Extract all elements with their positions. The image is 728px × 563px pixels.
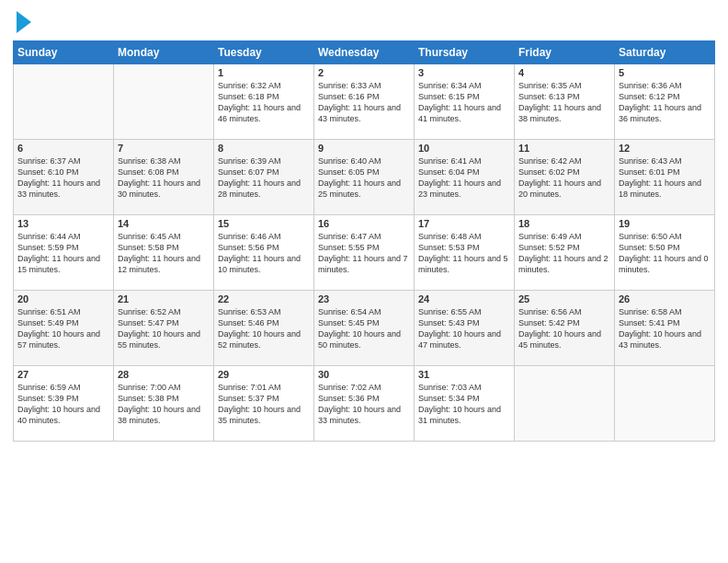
day-number: 21 [118, 293, 210, 304]
calendar-cell: 18Sunrise: 6:49 AMSunset: 5:52 PMDayligh… [515, 215, 615, 291]
calendar-week-row: 27Sunrise: 6:59 AMSunset: 5:39 PMDayligh… [14, 366, 715, 442]
day-number: 10 [418, 143, 510, 154]
weekday-header-tuesday: Tuesday [214, 41, 314, 64]
day-info: Sunrise: 6:45 AMSunset: 5:58 PMDaylight:… [118, 231, 210, 276]
day-number: 22 [218, 293, 310, 304]
calendar-cell: 10Sunrise: 6:41 AMSunset: 6:04 PMDayligh… [415, 140, 515, 215]
calendar-cell: 28Sunrise: 7:00 AMSunset: 5:38 PMDayligh… [114, 366, 214, 442]
day-info: Sunrise: 6:47 AMSunset: 5:55 PMDaylight:… [318, 231, 410, 276]
calendar-cell: 27Sunrise: 6:59 AMSunset: 5:39 PMDayligh… [14, 366, 114, 442]
calendar-cell: 9Sunrise: 6:40 AMSunset: 6:05 PMDaylight… [314, 140, 415, 215]
day-info: Sunrise: 6:35 AMSunset: 6:13 PMDaylight:… [518, 80, 610, 125]
calendar-week-row: 13Sunrise: 6:44 AMSunset: 5:59 PMDayligh… [14, 215, 715, 291]
day-info: Sunrise: 6:49 AMSunset: 5:52 PMDaylight:… [518, 231, 610, 276]
day-info: Sunrise: 6:51 AMSunset: 5:49 PMDaylight:… [17, 306, 109, 351]
calendar-cell: 31Sunrise: 7:03 AMSunset: 5:34 PMDayligh… [415, 366, 515, 442]
weekday-header-row: SundayMondayTuesdayWednesdayThursdayFrid… [14, 41, 715, 64]
day-info: Sunrise: 6:36 AMSunset: 6:12 PMDaylight:… [619, 80, 711, 125]
day-number: 18 [518, 218, 610, 229]
day-info: Sunrise: 6:34 AMSunset: 6:15 PMDaylight:… [418, 80, 510, 125]
page: SundayMondayTuesdayWednesdayThursdayFrid… [0, 0, 728, 563]
calendar-week-row: 1Sunrise: 6:32 AMSunset: 6:18 PMDaylight… [14, 64, 715, 140]
day-number: 6 [17, 143, 109, 154]
calendar-cell: 24Sunrise: 6:55 AMSunset: 5:43 PMDayligh… [415, 291, 515, 366]
day-info: Sunrise: 6:43 AMSunset: 6:01 PMDaylight:… [619, 155, 711, 201]
calendar-cell: 30Sunrise: 7:02 AMSunset: 5:36 PMDayligh… [314, 366, 415, 442]
day-number: 26 [619, 293, 711, 304]
calendar-table: SundayMondayTuesdayWednesdayThursdayFrid… [13, 40, 715, 442]
calendar-cell: 29Sunrise: 7:01 AMSunset: 5:37 PMDayligh… [214, 366, 314, 442]
day-info: Sunrise: 6:48 AMSunset: 5:53 PMDaylight:… [418, 231, 510, 276]
weekday-header-thursday: Thursday [415, 41, 515, 64]
calendar-cell: 16Sunrise: 6:47 AMSunset: 5:55 PMDayligh… [314, 215, 415, 291]
calendar-cell: 7Sunrise: 6:38 AMSunset: 6:08 PMDaylight… [114, 140, 214, 215]
calendar-cell: 26Sunrise: 6:58 AMSunset: 5:41 PMDayligh… [615, 291, 715, 366]
day-info: Sunrise: 6:55 AMSunset: 5:43 PMDaylight:… [418, 306, 510, 351]
calendar-cell [615, 366, 715, 442]
day-info: Sunrise: 7:02 AMSunset: 5:36 PMDaylight:… [318, 382, 410, 427]
day-info: Sunrise: 6:37 AMSunset: 6:10 PMDaylight:… [17, 155, 109, 201]
day-info: Sunrise: 6:58 AMSunset: 5:41 PMDaylight:… [619, 306, 711, 351]
calendar-cell: 25Sunrise: 6:56 AMSunset: 5:42 PMDayligh… [515, 291, 615, 366]
calendar-week-row: 6Sunrise: 6:37 AMSunset: 6:10 PMDaylight… [14, 140, 715, 215]
day-info: Sunrise: 6:39 AMSunset: 6:07 PMDaylight:… [218, 155, 310, 201]
calendar-cell: 4Sunrise: 6:35 AMSunset: 6:13 PMDaylight… [515, 64, 615, 140]
day-number: 30 [318, 369, 410, 380]
day-number: 25 [518, 293, 610, 304]
day-number: 31 [418, 369, 510, 380]
calendar-cell: 17Sunrise: 6:48 AMSunset: 5:53 PMDayligh… [415, 215, 515, 291]
logo [13, 13, 31, 33]
day-info: Sunrise: 6:59 AMSunset: 5:39 PMDaylight:… [17, 382, 109, 427]
day-number: 16 [318, 218, 410, 229]
calendar-cell [114, 64, 214, 140]
weekday-header-monday: Monday [114, 41, 214, 64]
day-info: Sunrise: 6:54 AMSunset: 5:45 PMDaylight:… [318, 306, 410, 351]
calendar-cell: 8Sunrise: 6:39 AMSunset: 6:07 PMDaylight… [214, 140, 314, 215]
weekday-header-wednesday: Wednesday [314, 41, 415, 64]
day-info: Sunrise: 6:44 AMSunset: 5:59 PMDaylight:… [17, 231, 109, 276]
calendar-cell: 13Sunrise: 6:44 AMSunset: 5:59 PMDayligh… [14, 215, 114, 291]
day-number: 5 [619, 67, 711, 78]
calendar-cell: 3Sunrise: 6:34 AMSunset: 6:15 PMDaylight… [415, 64, 515, 140]
day-number: 20 [17, 293, 109, 304]
calendar-cell: 14Sunrise: 6:45 AMSunset: 5:58 PMDayligh… [114, 215, 214, 291]
calendar-cell: 11Sunrise: 6:42 AMSunset: 6:02 PMDayligh… [515, 140, 615, 215]
logo-arrow-icon [17, 11, 31, 33]
day-info: Sunrise: 6:38 AMSunset: 6:08 PMDaylight:… [118, 155, 210, 201]
day-number: 13 [17, 218, 109, 229]
day-number: 17 [418, 218, 510, 229]
day-number: 2 [318, 67, 410, 78]
weekday-header-saturday: Saturday [615, 41, 715, 64]
calendar-week-row: 20Sunrise: 6:51 AMSunset: 5:49 PMDayligh… [14, 291, 715, 366]
day-number: 24 [418, 293, 510, 304]
day-number: 4 [518, 67, 610, 78]
day-info: Sunrise: 6:46 AMSunset: 5:56 PMDaylight:… [218, 231, 310, 276]
day-info: Sunrise: 6:33 AMSunset: 6:16 PMDaylight:… [318, 80, 410, 125]
day-number: 19 [619, 218, 711, 229]
calendar-cell: 23Sunrise: 6:54 AMSunset: 5:45 PMDayligh… [314, 291, 415, 366]
day-number: 9 [318, 143, 410, 154]
day-info: Sunrise: 6:52 AMSunset: 5:47 PMDaylight:… [118, 306, 210, 351]
day-number: 7 [118, 143, 210, 154]
calendar-cell: 2Sunrise: 6:33 AMSunset: 6:16 PMDaylight… [314, 64, 415, 140]
calendar-cell: 22Sunrise: 6:53 AMSunset: 5:46 PMDayligh… [214, 291, 314, 366]
day-number: 14 [118, 218, 210, 229]
day-info: Sunrise: 6:40 AMSunset: 6:05 PMDaylight:… [318, 155, 410, 201]
calendar-cell: 6Sunrise: 6:37 AMSunset: 6:10 PMDaylight… [14, 140, 114, 215]
day-number: 3 [418, 67, 510, 78]
day-number: 15 [218, 218, 310, 229]
day-number: 28 [118, 369, 210, 380]
day-info: Sunrise: 7:00 AMSunset: 5:38 PMDaylight:… [118, 382, 210, 427]
day-number: 8 [218, 143, 310, 154]
calendar-cell: 5Sunrise: 6:36 AMSunset: 6:12 PMDaylight… [615, 64, 715, 140]
calendar-cell: 21Sunrise: 6:52 AMSunset: 5:47 PMDayligh… [114, 291, 214, 366]
day-info: Sunrise: 7:03 AMSunset: 5:34 PMDaylight:… [418, 382, 510, 427]
weekday-header-friday: Friday [515, 41, 615, 64]
calendar-cell: 20Sunrise: 6:51 AMSunset: 5:49 PMDayligh… [14, 291, 114, 366]
calendar-cell [515, 366, 615, 442]
calendar-cell [14, 64, 114, 140]
day-number: 29 [218, 369, 310, 380]
weekday-header-sunday: Sunday [14, 41, 114, 64]
calendar-cell: 19Sunrise: 6:50 AMSunset: 5:50 PMDayligh… [615, 215, 715, 291]
day-info: Sunrise: 6:56 AMSunset: 5:42 PMDaylight:… [518, 306, 610, 351]
